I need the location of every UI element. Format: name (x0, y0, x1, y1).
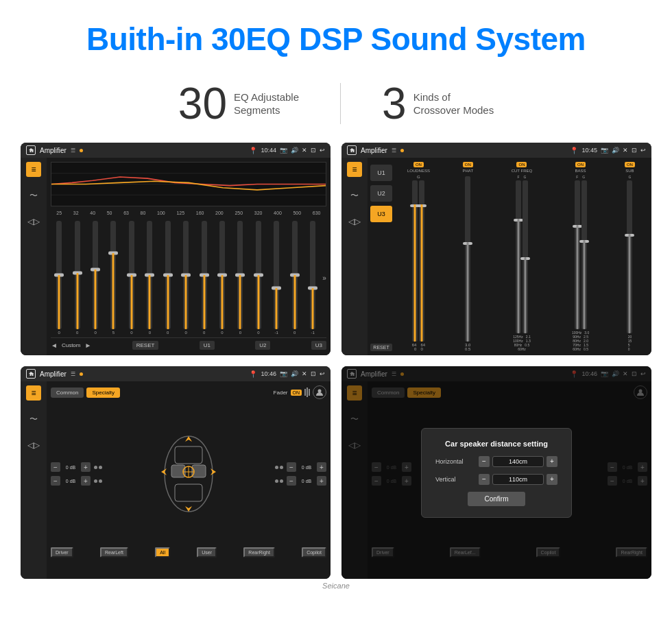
sub-slider[interactable] (627, 180, 632, 333)
plus-btn-1[interactable]: + (81, 462, 91, 472)
eq-slider-3[interactable]: 5 (105, 221, 121, 335)
back-icon-1[interactable]: ↩ (320, 147, 325, 154)
common-tab-3[interactable]: Common (51, 387, 84, 398)
home-icon-1[interactable] (26, 145, 36, 155)
minus-btn-4[interactable]: − (287, 476, 296, 486)
vol-sidebar-3[interactable]: ◁▷ (26, 438, 41, 453)
screen1-content: ≡ 〜 ◁▷ (21, 158, 331, 355)
eq-slider-2[interactable]: 0 (87, 221, 104, 335)
bass-slider-f[interactable] (575, 180, 580, 329)
eq-slider-0[interactable]: 0 (51, 221, 67, 335)
plus-btn-3[interactable]: + (317, 462, 326, 472)
dialog-title: Car speaker distance setting (435, 440, 557, 448)
speaker-dots-4 (275, 479, 283, 483)
plus-btn-2[interactable]: + (81, 476, 91, 486)
minus-btn-1[interactable]: − (51, 462, 60, 472)
plus-btn-4[interactable]: + (317, 476, 326, 486)
wave-icon-2[interactable]: 〜 (347, 188, 362, 203)
vertical-value-box: − 110cm + (479, 474, 557, 485)
phat-slider[interactable] (465, 176, 470, 342)
minus-btn-2[interactable]: − (51, 476, 60, 486)
close-icon-3[interactable]: ✕ (302, 370, 307, 377)
eq-icon-1[interactable]: ≡ (26, 162, 41, 177)
screen3-content: ≡ 〜 ◁▷ Common Specialty Fader ON (21, 381, 331, 579)
eq-slider-14[interactable]: -1 (304, 221, 321, 335)
u3-btn-2[interactable]: U3 (370, 206, 392, 222)
dialog-horizontal-row: Horizontal − 140cm + (435, 456, 557, 467)
loudness-slider-r[interactable] (419, 180, 424, 342)
screen3-top-bar: Common Specialty Fader ON (51, 385, 326, 399)
eq-slider-5[interactable]: 0 (141, 221, 158, 335)
home-icon-3[interactable] (26, 369, 36, 379)
on-badge-sub: ON (625, 162, 635, 167)
specialty-tab-3[interactable]: Specialty (86, 387, 119, 398)
home-icon-2[interactable] (347, 145, 357, 155)
u1-btn-1[interactable]: U1 (200, 341, 215, 350)
minus-btn-3[interactable]: − (287, 462, 296, 472)
screen3-menu[interactable]: ☰ (71, 371, 75, 377)
eq-slider-7[interactable]: 0 (178, 221, 194, 335)
volume-sidebar-icon-1[interactable]: ◁▷ (26, 214, 41, 229)
horizontal-plus[interactable]: + (547, 456, 557, 467)
screen1-dot-icon (80, 149, 83, 152)
eq-container: 2532 4050 6380 100125 160200 250320 4005… (51, 162, 326, 351)
screen2-menu[interactable]: ☰ (392, 147, 396, 154)
status-left-3: Amplifier ☰ (26, 369, 83, 379)
stats-row: 30 EQ Adjustable Segments 3 Kinds of Cro… (0, 71, 672, 143)
copilot-btn-3[interactable]: Copilot (302, 547, 326, 558)
all-btn-3[interactable]: All (155, 547, 170, 558)
expand-icon-3[interactable]: ⊡ (311, 370, 316, 377)
vol-sidebar-2[interactable]: ◁▷ (347, 214, 362, 229)
svg-rect-6 (175, 484, 202, 501)
confirm-button[interactable]: Confirm (468, 492, 525, 506)
eq-slider-12[interactable]: -1 (268, 221, 285, 335)
stat-eq: 30 EQ Adjustable Segments (137, 78, 340, 129)
wave-icon-3[interactable]: 〜 (26, 412, 41, 427)
dialog-overlay: Car speaker distance setting Horizontal … (341, 366, 651, 579)
user-icon-3[interactable] (313, 385, 326, 399)
back-icon-2[interactable]: ↩ (640, 147, 646, 154)
arrow-left[interactable] (51, 342, 58, 349)
screen1-menu-icon[interactable]: ☰ (71, 147, 75, 154)
back-icon-3[interactable]: ↩ (320, 370, 325, 377)
bass-slider-g[interactable] (581, 180, 587, 329)
u2-btn-1[interactable]: U2 (255, 341, 270, 350)
driver-btn-3[interactable]: Driver (51, 547, 73, 558)
eq-slider-13[interactable]: 0 (286, 221, 302, 335)
vertical-label: Vertical (435, 476, 473, 483)
expand-icon-1[interactable]: ⊡ (311, 147, 316, 154)
arrow-right[interactable] (84, 342, 91, 349)
vertical-minus[interactable]: − (479, 474, 490, 485)
user-btn-3[interactable]: User (197, 547, 217, 558)
phat-sliders (444, 176, 492, 342)
eq-bottom-buttons: Custom RESET U1 U2 U3 (51, 337, 326, 351)
close-icon-2[interactable]: ✕ (623, 147, 628, 154)
eq-slider-4[interactable]: 0 (123, 221, 140, 335)
eq-slider-10[interactable]: 0 (232, 221, 248, 335)
reset-btn-2[interactable]: RESET (370, 344, 392, 351)
eq-icon-2[interactable]: ≡ (347, 162, 362, 177)
wave-icon-1[interactable]: 〜 (26, 188, 41, 203)
eq-slider-11[interactable]: 0 (250, 221, 267, 335)
expand-arrows[interactable]: » (322, 221, 326, 335)
vol-icon-2: 🔊 (612, 147, 619, 154)
eq-slider-1[interactable]: 0 (69, 221, 85, 335)
eq-slider-6[interactable]: 0 (160, 221, 176, 335)
eq-slider-9[interactable]: 0 (214, 221, 230, 335)
eq-slider-8[interactable]: 0 (195, 221, 212, 335)
expand-icon-2[interactable]: ⊡ (632, 147, 637, 154)
rearright-btn-3[interactable]: RearRight (243, 547, 275, 558)
u2-btn-2[interactable]: U2 (370, 185, 392, 202)
rearleft-btn-3[interactable]: RearLeft (100, 547, 128, 558)
phat-label: PHAT (462, 169, 473, 173)
horizontal-minus[interactable]: − (479, 456, 490, 467)
eq-icon-3[interactable]: ≡ (26, 385, 41, 401)
u3-btn-1[interactable]: U3 (311, 341, 326, 350)
nav-arrows[interactable]: Custom (51, 342, 91, 349)
vertical-plus[interactable]: + (547, 474, 557, 485)
cutfreq-slider-g[interactable] (523, 180, 528, 333)
u1-btn-2[interactable]: U1 (370, 165, 392, 181)
close-icon-1[interactable]: ✕ (302, 147, 307, 154)
reset-btn-1[interactable]: RESET (132, 341, 159, 350)
screen1-main: 2532 4050 6380 100125 160200 250320 4005… (47, 158, 331, 355)
